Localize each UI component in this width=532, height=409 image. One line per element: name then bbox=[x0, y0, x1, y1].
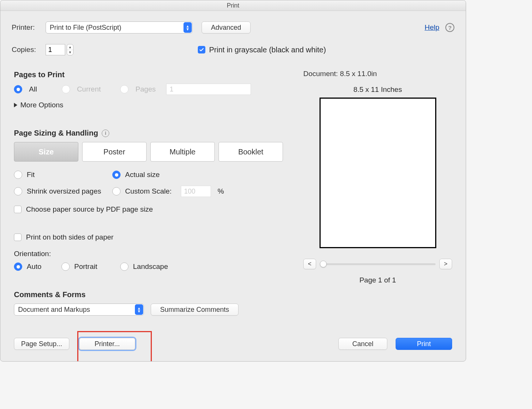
chevron-up-icon[interactable]: ▲ bbox=[67, 44, 73, 50]
page-counter: Page 1 of 1 bbox=[359, 276, 396, 284]
panel-sizing: Page Sizing & Handling i Size Poster Mul… bbox=[7, 123, 290, 220]
summarize-button[interactable]: Summarize Comments bbox=[151, 304, 238, 316]
print-button[interactable]: Print bbox=[396, 338, 452, 350]
info-icon[interactable]: i bbox=[102, 130, 109, 137]
seg-poster[interactable]: Poster bbox=[82, 142, 147, 162]
comments-select[interactable]: Document and Markups bbox=[14, 304, 144, 316]
radio-pages-label: Pages bbox=[135, 85, 156, 93]
copies-input[interactable] bbox=[46, 44, 65, 55]
radio-all[interactable] bbox=[14, 85, 22, 93]
updown-icon: ▲▼ bbox=[135, 304, 143, 315]
page-dimensions: 8.5 x 11 Inches bbox=[353, 85, 402, 94]
cancel-button[interactable]: Cancel bbox=[338, 338, 387, 350]
paper-source-checkbox[interactable] bbox=[14, 206, 21, 213]
radio-current[interactable] bbox=[62, 85, 70, 93]
radio-actual-label: Actual size bbox=[125, 171, 160, 179]
copies-label: Copies: bbox=[12, 46, 46, 54]
disclosure-triangle-icon bbox=[14, 103, 17, 107]
radio-shrink-label: Shrink oversized pages bbox=[27, 187, 108, 195]
seg-booklet[interactable]: Booklet bbox=[219, 142, 283, 162]
radio-landscape[interactable] bbox=[120, 262, 128, 271]
radio-custom-scale-label: Custom Scale: bbox=[125, 187, 172, 195]
both-sides-checkbox[interactable] bbox=[14, 233, 21, 241]
panel-comments: Comments & Forms Document and Markups ▲▼… bbox=[7, 284, 290, 323]
radio-all-label: All bbox=[29, 85, 37, 93]
next-page-button[interactable]: > bbox=[439, 259, 452, 269]
radio-portrait-label: Portrait bbox=[74, 262, 116, 271]
more-options-label: More Options bbox=[20, 101, 63, 109]
both-sides-label: Print on both sides of paper bbox=[26, 233, 113, 241]
grayscale-label: Print in grayscale (black and white) bbox=[209, 46, 326, 54]
panel-both-sides: Print on both sides of paper Orientation… bbox=[7, 227, 290, 277]
page-slider[interactable] bbox=[320, 263, 436, 265]
comments-heading: Comments & Forms bbox=[14, 290, 283, 299]
seg-multiple[interactable]: Multiple bbox=[150, 142, 215, 162]
paper-source-label: Choose paper source by PDF page size bbox=[26, 205, 153, 214]
page-setup-button[interactable]: Page Setup... bbox=[14, 338, 69, 350]
printer-select[interactable]: Print to File (PostScript) bbox=[46, 21, 193, 34]
radio-landscape-label: Landscape bbox=[133, 262, 168, 271]
percent-label: % bbox=[218, 187, 224, 195]
print-dialog: Print Printer: Print to File (PostScript… bbox=[0, 0, 466, 362]
window-title: Print bbox=[0, 0, 466, 11]
updown-icon: ▲▼ bbox=[183, 22, 192, 33]
sizing-heading: Page Sizing & Handling i bbox=[14, 129, 283, 137]
more-options-toggle[interactable]: More Options bbox=[14, 101, 283, 109]
radio-actual[interactable] bbox=[112, 171, 121, 179]
radio-shrink[interactable] bbox=[14, 187, 22, 195]
radio-current-label: Current bbox=[77, 85, 101, 93]
grayscale-checkbox[interactable] bbox=[198, 46, 205, 53]
radio-auto[interactable] bbox=[14, 262, 22, 271]
copies-stepper[interactable]: ▲ ▼ bbox=[67, 44, 73, 55]
custom-scale-input bbox=[181, 186, 211, 197]
orientation-label: Orientation: bbox=[14, 250, 283, 258]
document-dimensions: Document: 8.5 x 11.0in bbox=[303, 70, 377, 78]
radio-auto-label: Auto bbox=[27, 262, 57, 271]
radio-fit-label: Fit bbox=[27, 171, 108, 179]
help-icon[interactable]: ? bbox=[445, 23, 454, 32]
pages-range-input bbox=[166, 84, 251, 95]
printer-label: Printer: bbox=[12, 23, 46, 32]
seg-size[interactable]: Size bbox=[14, 142, 78, 162]
panel-preview: Document: 8.5 x 11.0in 8.5 x 11 Inches <… bbox=[297, 64, 459, 292]
printer-button[interactable]: Printer... bbox=[79, 338, 135, 350]
radio-fit[interactable] bbox=[14, 171, 22, 179]
pages-heading: Pages to Print bbox=[14, 70, 283, 79]
page-preview bbox=[320, 98, 436, 248]
advanced-button[interactable]: Advanced bbox=[202, 21, 251, 34]
radio-portrait[interactable] bbox=[61, 262, 70, 271]
sizing-segmented: Size Poster Multiple Booklet bbox=[14, 142, 283, 162]
help-link[interactable]: Help bbox=[425, 23, 439, 32]
radio-pages[interactable] bbox=[120, 85, 128, 93]
radio-custom-scale[interactable] bbox=[112, 187, 121, 195]
slider-thumb[interactable] bbox=[320, 261, 327, 267]
prev-page-button[interactable]: < bbox=[303, 259, 316, 269]
panel-pages: Pages to Print All Current Pages bbox=[7, 64, 290, 115]
chevron-down-icon[interactable]: ▼ bbox=[67, 50, 73, 55]
